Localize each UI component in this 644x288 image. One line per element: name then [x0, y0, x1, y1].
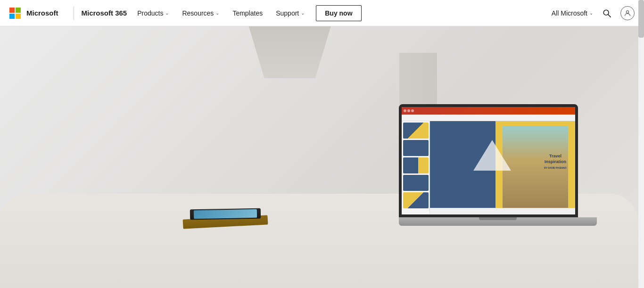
nav-link-templates-label: Templates [232, 9, 263, 17]
slide-title: TravelInspiration BY DAVID PASIANO [544, 154, 566, 169]
support-chevron-icon: ⌄ [301, 10, 305, 16]
ppt-thumbnail-5[interactable] [403, 192, 429, 208]
ppt-titlebar-dots [404, 109, 414, 112]
search-icon [603, 9, 611, 17]
laptop: TravelInspiration BY DAVID PASIANO [399, 104, 606, 260]
ppt-ribbon [402, 115, 575, 121]
all-microsoft-chevron-icon: ⌄ [589, 10, 593, 16]
scrollbar-thumb[interactable] [638, 0, 644, 38]
nav-link-templates[interactable]: Templates [226, 0, 269, 26]
nav-link-products[interactable]: Products ⌄ [131, 0, 175, 26]
logo-blue [9, 14, 15, 19]
products-chevron-icon: ⌄ [165, 10, 169, 16]
ppt-dot-3 [411, 109, 414, 112]
search-button[interactable] [601, 7, 613, 19]
lamp-shade [248, 26, 332, 78]
logo-yellow [16, 14, 21, 19]
product-name: Microsoft 365 [82, 9, 127, 17]
laptop-base [399, 217, 597, 226]
nav-divider [74, 7, 74, 20]
ppt-thumbnail-4[interactable] [403, 175, 429, 191]
nav-right: All Microsoft ⌄ [552, 6, 635, 20]
ppt-titlebar [402, 107, 575, 115]
ppt-main-slide: TravelInspiration BY DAVID PASIANO [430, 121, 575, 214]
slide-triangle [473, 140, 511, 171]
account-button[interactable] [620, 6, 635, 20]
ppt-dot-2 [407, 109, 410, 112]
logo-green [16, 8, 21, 13]
ppt-thumbnail-1[interactable] [403, 123, 429, 139]
navbar: Microsoft Microsoft 365 Products ⌄ Resou… [0, 0, 644, 26]
ppt-thumbnail-3[interactable] [403, 157, 429, 173]
logo-area[interactable]: Microsoft [9, 8, 58, 19]
svg-point-2 [626, 10, 628, 13]
scrollbar[interactable] [638, 0, 644, 288]
microsoft-logo [9, 8, 21, 19]
phone [190, 208, 261, 220]
nav-link-resources[interactable]: Resources ⌄ [175, 0, 226, 26]
svg-point-0 [603, 10, 609, 15]
ppt-thumbnail-2[interactable] [403, 140, 429, 156]
phone-screen [194, 209, 257, 219]
ppt-dot-1 [404, 109, 406, 112]
ppt-sidebar [402, 121, 430, 214]
brand-name: Microsoft [26, 9, 58, 17]
nav-link-support-label: Support [276, 9, 299, 17]
ppt-body: TravelInspiration BY DAVID PASIANO [402, 121, 575, 214]
all-microsoft-label: All Microsoft [552, 9, 587, 17]
nav-link-resources-label: Resources [182, 9, 214, 17]
laptop-notch [479, 217, 517, 220]
laptop-screen: TravelInspiration BY DAVID PASIANO [399, 104, 578, 217]
phone-stack [183, 217, 268, 227]
svg-line-1 [608, 15, 611, 17]
ppt-bottom-toolbar [430, 208, 575, 214]
logo-red [9, 8, 15, 13]
slide-subtitle-text: BY DAVID PASIANO [544, 166, 566, 170]
account-icon [624, 9, 631, 17]
nav-links: Products ⌄ Resources ⌄ Templates Support… [131, 0, 361, 26]
slide-title-text: TravelInspiration [544, 154, 566, 165]
lamp-decoration [248, 26, 332, 78]
buy-now-button[interactable]: Buy now [316, 5, 361, 21]
resources-chevron-icon: ⌄ [215, 10, 219, 16]
all-microsoft-menu[interactable]: All Microsoft ⌄ [552, 9, 593, 17]
nav-link-products-label: Products [137, 9, 163, 17]
nav-link-support[interactable]: Support ⌄ [269, 0, 311, 26]
powerpoint-screen: TravelInspiration BY DAVID PASIANO [402, 107, 575, 214]
hero-section: TravelInspiration BY DAVID PASIANO [0, 26, 644, 288]
